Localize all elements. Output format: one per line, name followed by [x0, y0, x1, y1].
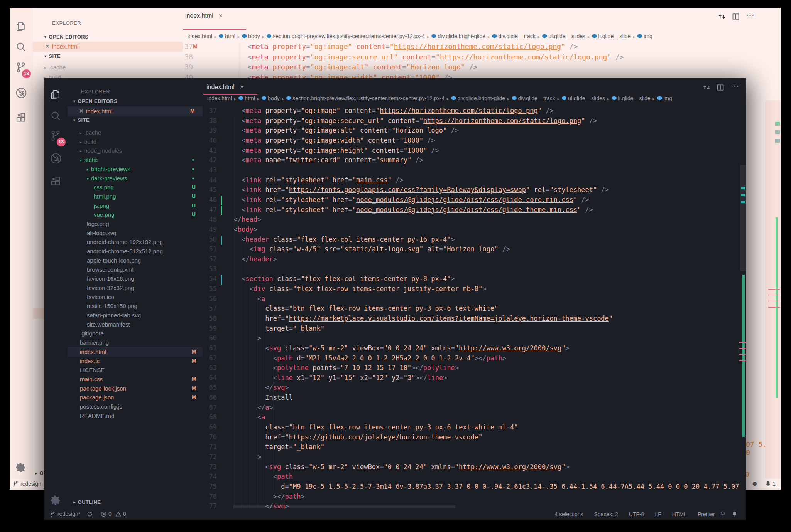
breadcrumb-item[interactable]: img	[663, 95, 672, 101]
tree-item-.gitignore[interactable]: .gitignore	[68, 328, 203, 338]
code-line-68[interactable]: <a	[226, 413, 739, 421]
debug-disabled-icon[interactable]	[15, 87, 27, 99]
errors-icon[interactable]	[101, 511, 106, 517]
code-line-73[interactable]: <svg class="w-5 mr-2" viewBox="0 0 24 24…	[226, 463, 739, 471]
split-editor-icon[interactable]	[717, 84, 724, 91]
status-right-group[interactable]: 4 selectionsSpaces: 2UTF-8LFHTMLPrettier	[555, 511, 715, 517]
code-line-59[interactable]: target="_blank"	[226, 325, 739, 332]
close-icon[interactable]: ✕	[240, 84, 244, 90]
notifications-bell-icon[interactable]	[732, 511, 737, 517]
breadcrumb-item[interactable]: img	[644, 33, 652, 39]
breadcrumb-item[interactable]: div.glide__track	[518, 95, 555, 101]
code-line-67[interactable]: </a>	[226, 404, 739, 411]
open-editor-row[interactable]: ✕ index.html M	[33, 42, 183, 52]
tree-item-README.md[interactable]: README.md	[68, 411, 203, 421]
status-item[interactable]: Prettier	[698, 511, 715, 517]
tree-item-node_modules[interactable]: ▸node_modules	[68, 146, 203, 155]
split-editor-icon[interactable]	[732, 13, 740, 20]
breadcrumb-item[interactable]: index.html	[188, 33, 212, 39]
close-icon[interactable]: ✕	[45, 43, 50, 49]
breadcrumb-item[interactable]: index.html	[207, 95, 232, 101]
tree-item-main.css[interactable]: main.cssM	[68, 374, 203, 384]
feedback-smiley-icon[interactable]: ☻	[751, 480, 758, 488]
open-changes-icon[interactable]	[702, 83, 711, 92]
code-line-61[interactable]: <svg class="w-5 mr-2" viewBox="0 0 24 24…	[226, 344, 739, 352]
code-line-76[interactable]: ></path>	[226, 493, 739, 500]
breadcrumb-item[interactable]: div.glide.bright-glide	[438, 33, 485, 39]
files-explorer-icon[interactable]	[50, 89, 62, 101]
tree-item-apple-touch-icon.png[interactable]: apple-touch-icon.png	[68, 256, 203, 265]
code-line-48[interactable]: </head>	[226, 215, 739, 223]
status-item[interactable]: LF	[655, 511, 661, 517]
tree-item-banner.png[interactable]: banner.png	[68, 338, 203, 347]
code-line-65[interactable]: </svg>	[226, 384, 739, 391]
breadcrumb-item[interactable]: div.glide.bright-glide	[457, 95, 505, 101]
code-line-41[interactable]: <meta property="og:image:height" content…	[226, 146, 739, 154]
tree-item-logo.png[interactable]: logo.png	[68, 219, 203, 229]
breadcrumb-item[interactable]: html	[225, 33, 235, 39]
breadcrumb-item[interactable]: section.bright-preview.flex.justify-cent…	[273, 33, 425, 39]
debug-disabled-icon[interactable]	[50, 152, 62, 165]
horizontal-scrollbar[interactable]	[233, 505, 455, 508]
code-line-47[interactable]: <link rel="stylesheet" href="node_module…	[226, 206, 739, 214]
status-item[interactable]: 4 selections	[555, 511, 583, 517]
open-editor-name[interactable]: index.html	[86, 108, 112, 114]
tree-item-vue.png[interactable]: vue.pngU	[68, 210, 203, 219]
status-item[interactable]: HTML	[672, 511, 687, 517]
settings-gear-icon[interactable]	[15, 462, 27, 474]
code-line-54[interactable]: <section class="flex flex-col items-cent…	[226, 275, 739, 283]
tree-item-favicon-16x16.png[interactable]: favicon-16x16.png	[68, 274, 203, 283]
breadcrumb-item[interactable]: ul.glide__slides	[548, 33, 585, 39]
tree-item-android-chrome-512x512.png[interactable]: android-chrome-512x512.png	[68, 246, 203, 256]
tree-item-build[interactable]: ▸build	[68, 137, 203, 146]
tree-item-favicon.ico[interactable]: favicon.ico	[68, 292, 203, 302]
tree-item-package.json[interactable]: package.jsonM	[68, 392, 203, 402]
open-changes-icon[interactable]	[718, 12, 726, 21]
open-editors-header[interactable]: ▾OPEN EDITORS	[44, 34, 88, 40]
sync-icon[interactable]	[87, 511, 93, 517]
tree-item-.cache[interactable]: ▸.cache	[68, 128, 203, 137]
code-line-38[interactable]: <meta property="og:image:secure_url" con…	[226, 117, 739, 125]
tree-item-postcss.config.js[interactable]: postcss.config.js	[68, 402, 203, 411]
open-editor-row[interactable]: ✕ index.html M	[68, 106, 203, 116]
tab-index-html[interactable]: index.html ✕	[185, 12, 223, 19]
code-line-37[interactable]: <meta property="og:image" content="https…	[226, 107, 739, 114]
tree-item-index.html[interactable]: index.htmlM	[68, 347, 203, 357]
warnings-icon[interactable]	[115, 511, 121, 517]
tree-item-html.png[interactable]: html.pngU	[68, 192, 203, 201]
git-branch-label[interactable]: redesign	[20, 481, 41, 487]
search-icon[interactable]	[50, 110, 62, 122]
breadcrumb[interactable]: index.html▸html▸body▸section.bright-prev…	[188, 33, 652, 39]
tab-index-html[interactable]: index.html ✕	[206, 84, 244, 91]
tree-item-.cache[interactable]: ▸.cache	[44, 62, 179, 72]
code-line-44[interactable]: <link rel="stylesheet" href="main.css" /…	[226, 176, 739, 184]
more-actions-icon[interactable]: ⋯	[730, 81, 739, 91]
close-icon[interactable]: ✕	[79, 108, 84, 114]
git-branch-icon[interactable]	[13, 481, 19, 487]
tree-item-mstile-150x150.png[interactable]: mstile-150x150.png	[68, 301, 203, 311]
tree-item-alt-logo.svg[interactable]: alt-logo.svg	[68, 228, 203, 238]
more-actions-icon[interactable]: ⋯	[746, 10, 754, 20]
code-line-49[interactable]: <body>	[226, 226, 739, 233]
code-line-62[interactable]: <path d="M21 15v4a2 2 0 0 1-2 2H5a2 2 0 …	[226, 354, 739, 362]
tree-item-js.png[interactable]: js.pngU	[68, 201, 203, 210]
code-line-58[interactable]: href="https://marketplace.visualstudio.c…	[226, 315, 739, 322]
scrollbar-thumb[interactable]	[740, 165, 746, 271]
code-line-75[interactable]: d="M9 19c-5 1.5-5-2.5-7-3m14 6v-3.87a3.3…	[226, 483, 739, 490]
notifications-bell-icon[interactable]	[765, 481, 771, 487]
tree-item-index.js[interactable]: index.jsM	[68, 356, 203, 366]
extensions-icon[interactable]	[50, 175, 62, 188]
tree-item-package-lock.json[interactable]: package-lock.jsonM	[68, 384, 203, 393]
code-line-45[interactable]: <link href="https://fonts.googleapis.com…	[226, 186, 739, 194]
source-control-icon[interactable]: 13	[15, 62, 27, 74]
code-line-37[interactable]: <meta property="og:image" content="https…	[231, 42, 765, 51]
code-line-57[interactable]: class="btn flex flex-row items-center py…	[226, 305, 739, 312]
git-branch-label[interactable]: redesign*	[57, 511, 80, 517]
status-item[interactable]: UTF-8	[629, 511, 644, 517]
code-line-69[interactable]: class="btn flex flex-row items-center py…	[226, 423, 739, 431]
feedback-smiley-icon[interactable]: ☺	[720, 510, 726, 517]
tree-item-browserconfig.xml[interactable]: browserconfig.xml	[68, 265, 203, 274]
open-editors-header[interactable]: ▾OPEN EDITORS	[73, 98, 117, 104]
breadcrumb-item[interactable]: li.glide__slide	[618, 95, 651, 101]
code-line-50[interactable]: <header class="flex flex-col items-cente…	[226, 236, 739, 243]
